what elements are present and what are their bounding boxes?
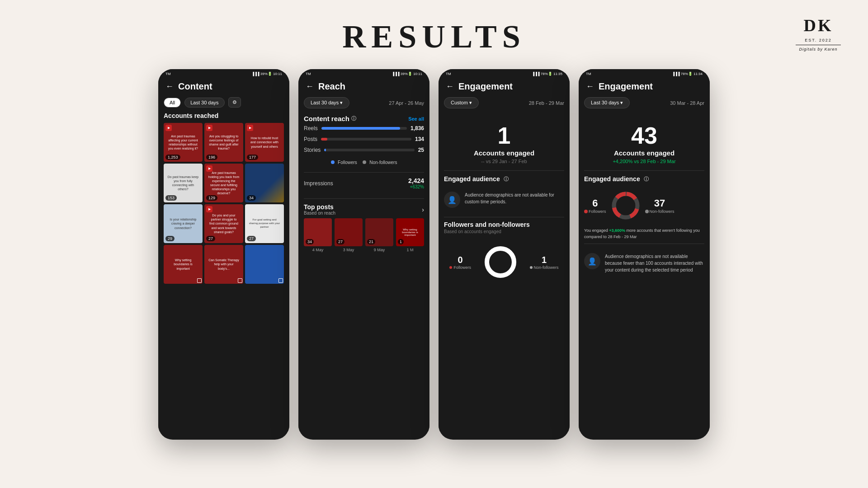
back-arrow-1[interactable]: ←	[165, 82, 174, 91]
phone-2-title: Reach	[318, 81, 345, 92]
growth-text: You engaged +3,600% more accounts that w…	[584, 228, 704, 240]
post-type-icon: ▶	[206, 206, 212, 212]
top-post-3[interactable]: 21 9 May	[365, 218, 393, 252]
accounts-engaged-label-4: Accounts engaged	[584, 149, 704, 157]
date-filter-row-2: Last 30 days ▾ 27 Apr - 26 May	[304, 97, 424, 108]
fol-nonfol-sub: Based on accounts engaged	[444, 229, 564, 234]
post-item[interactable]	[245, 245, 284, 284]
followers-count: 0	[449, 255, 471, 265]
phone-engagement-1: TM ▐▐▐ 78%🔋 11:35 ← Engagement Custom ▾ …	[439, 69, 570, 440]
phone-content: TM ▐▐▐ 39%🔋 10:11 ← Content All Last 30 …	[158, 69, 289, 440]
accounts-engaged-comparison: -- vs 29 Jan - 27 Feb	[444, 159, 564, 164]
post-item[interactable]: For goal setting and sharing purpose wit…	[245, 204, 284, 243]
chevron-right-icon[interactable]: ›	[422, 206, 424, 213]
post-item[interactable]: Are past traumas holding you back from e…	[204, 164, 243, 202]
svg-point-4	[614, 194, 637, 217]
date-dropdown-4[interactable]: Last 30 days ▾	[584, 97, 630, 108]
post-type-icon: ▶	[165, 125, 172, 131]
accounts-engaged-value-4: 43	[584, 124, 704, 147]
top-post-1[interactable]: 34 4 May	[304, 218, 332, 252]
logo: DK EST. 2022 Digitals by Karen	[796, 14, 841, 52]
date-dropdown-3[interactable]: Custom ▾	[444, 97, 479, 108]
date-dropdown-2[interactable]: Last 30 days ▾	[304, 97, 349, 108]
phone-4-header: ← Engagement	[579, 78, 710, 97]
status-bar-2: TM ▐▐▐ 39%🔋 10:11	[298, 69, 429, 78]
divider-1	[444, 170, 564, 171]
phone-1-content: All Last 30 days ⚙ Accounts reached Are …	[158, 97, 289, 432]
filter-bar: All Last 30 days ⚙	[164, 97, 284, 108]
accounts-engaged-label: Accounts engaged	[444, 149, 564, 157]
info-icon-ea-4: ⓘ	[644, 176, 649, 183]
posts-bar	[321, 138, 327, 141]
reels-bar	[321, 127, 400, 130]
impressions-growth: +632%	[408, 184, 424, 189]
status-bar-1: TM ▐▐▐ 39%🔋 10:11	[158, 69, 289, 78]
engaged-audience-title-3: Engaged audience ⓘ	[444, 175, 564, 183]
post-reach-count: 196	[206, 155, 217, 160]
top-posts-row: 34 4 May 27 3 May 21 9 May	[304, 218, 424, 252]
date-range-2: 27 Apr - 26 May	[389, 100, 424, 106]
reach-stories-row: Stories 25	[304, 147, 424, 153]
phone-1-title: Content	[178, 81, 212, 92]
svg-point-1	[487, 249, 514, 276]
demographics-icon: 👤	[444, 192, 460, 208]
nonfollowers-count: 1	[530, 255, 559, 265]
ea-nonfollowers-count: 37	[645, 197, 675, 209]
stories-bar	[324, 149, 326, 151]
post-reach-count: 129	[206, 195, 217, 201]
phone-2-content: Last 30 days ▾ 27 Apr - 26 May Content r…	[298, 97, 429, 432]
post-reach-count: 1,253	[165, 155, 180, 160]
ea-nonfollowers-stat: 37 Non-followers	[645, 197, 675, 214]
post-item[interactable]: Is your relationship craving a deeper co…	[164, 204, 203, 243]
impressions-row: Impressions 2,424 +632%	[304, 172, 424, 194]
date-filter-row-3: Custom ▾ 28 Feb - 29 Mar	[444, 97, 564, 108]
phone-4-content: Last 30 days ▾ 30 Mar - 28 Apr 43 Accoun…	[579, 97, 710, 432]
checkbox-icon	[238, 278, 242, 283]
post-item[interactable]: Do past traumas keep you from fully conn…	[164, 164, 203, 202]
top-posts-title: Top posts	[304, 203, 335, 211]
logo-est: EST. 2022	[796, 38, 841, 43]
status-tm: TM	[165, 72, 171, 76]
checkbox-icon	[278, 278, 283, 283]
post-item[interactable]: 34	[245, 164, 284, 202]
filter-30days[interactable]: Last 30 days	[184, 98, 224, 108]
back-arrow-2[interactable]: ←	[306, 82, 314, 91]
post-item[interactable]: Are past traumas affecting your current …	[164, 123, 203, 162]
ea-donut-svg	[610, 190, 642, 221]
accounts-engaged-value: 1	[444, 124, 564, 147]
post-item[interactable]: Do you and your partner struggle to find…	[204, 204, 243, 243]
post-reach-count: 27	[206, 236, 215, 241]
accounts-engaged-section-4: 43 Accounts engaged +4,200% vs 28 Feb - …	[584, 115, 704, 167]
nonfollowers-dot	[363, 160, 366, 164]
post-type-icon: ▶	[206, 125, 212, 131]
filter-icon[interactable]: ⚙	[228, 97, 241, 108]
post-reach-count: 177	[247, 155, 258, 160]
phone-2-header: ← Reach	[298, 78, 429, 97]
post-reach-count: 153	[165, 195, 177, 201]
back-arrow-4[interactable]: ←	[586, 82, 594, 91]
followers-dot	[331, 160, 335, 164]
post-item[interactable]: Are you struggling to overcome feelings …	[204, 123, 243, 162]
ea-donut-chart	[610, 190, 642, 221]
posts-grid: Are past traumas affecting your current …	[164, 123, 284, 284]
post-item[interactable]: Why setting boundaries is important	[164, 245, 203, 284]
top-post-4[interactable]: Why setting boundaries is important 1 1 …	[396, 218, 424, 252]
top-posts-sub: Based on reach	[304, 211, 335, 216]
phone-reach: TM ▐▐▐ 39%🔋 10:11 ← Reach Last 30 days ▾…	[298, 69, 429, 440]
post-item[interactable]: How to rebuild trust and connection with…	[245, 123, 284, 162]
phone-3-header: ← Engagement	[439, 78, 570, 97]
post-item[interactable]: Can Somatic Therapy help with your body'…	[204, 245, 243, 284]
filter-all[interactable]: All	[164, 98, 181, 108]
phone-3-content: Custom ▾ 28 Feb - 29 Mar 1 Accounts enga…	[439, 97, 570, 432]
accounts-reached-label: Accounts reached	[164, 112, 284, 119]
logo-divider	[796, 45, 841, 45]
see-all-link[interactable]: See all	[408, 116, 424, 122]
back-arrow-3[interactable]: ←	[446, 82, 454, 91]
date-range-3: 28 Feb - 29 Mar	[529, 100, 564, 106]
divider-3	[584, 170, 704, 171]
top-post-2[interactable]: 27 3 May	[335, 218, 363, 252]
date-filter-row-4: Last 30 days ▾ 30 Mar - 28 Apr	[584, 97, 704, 108]
reach-reels-row: Reels 1,836	[304, 125, 424, 131]
reach-posts-row: Posts 134	[304, 136, 424, 142]
demographics-text: Audience demographics are not available …	[465, 192, 564, 205]
